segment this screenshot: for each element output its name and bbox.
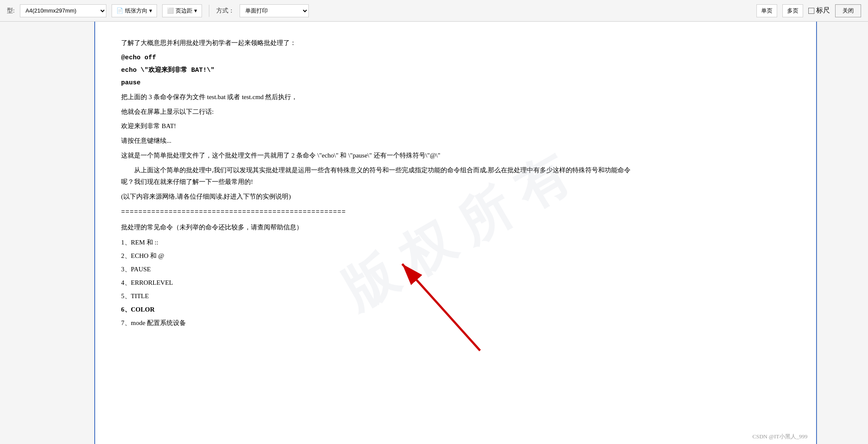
print-method-select[interactable]: 单面打印 bbox=[240, 4, 309, 17]
document-area: 版 权 所 有 了解了大概意思并利用批处理为初学者一起来领略批处理了： @ech… bbox=[95, 22, 816, 444]
para-explanation: 这就是一个简单批处理文件了，这个批处理文件一共就用了 2 条命令 \"echo\… bbox=[121, 150, 640, 162]
code-line-3: pause bbox=[121, 77, 640, 89]
document-content: 了解了大概意思并利用批处理为初学者一起来领略批处理了： @echo off ec… bbox=[121, 37, 640, 329]
list-item-7: 7、mode 配置系统设备 bbox=[121, 317, 640, 329]
list-item-3: 3、PAUSE bbox=[121, 264, 640, 275]
code-line-2: echo \"欢迎来到非常 BAT!\" bbox=[121, 64, 640, 76]
separator-1 bbox=[209, 5, 209, 17]
para-display: 他就会在屏幕上显示以下二行话: bbox=[121, 106, 640, 118]
list-item-4: 4、ERRORLEVEL bbox=[121, 277, 640, 289]
list-item-1: 1、REM 和 :: bbox=[121, 237, 640, 248]
toolbar-right: 单页 多页 标尺 关闭 bbox=[756, 4, 861, 17]
single-page-button[interactable]: 单页 bbox=[756, 4, 777, 17]
left-margin bbox=[0, 22, 95, 444]
section-title: 批处理的常见命令（未列举的命令还比较多，请查阅帮助信息） bbox=[121, 222, 640, 233]
close-button[interactable]: 关闭 bbox=[835, 4, 861, 17]
ruler-checkbox[interactable] bbox=[808, 8, 814, 14]
para-analysis: 从上面这个简单的批处理中,我们可以发现其实批处理就是运用一些含有特殊意义的符号和… bbox=[121, 164, 640, 189]
para-welcome: 欢迎来到非常 BAT! bbox=[121, 120, 640, 132]
right-margin bbox=[816, 22, 868, 444]
list-item-5: 5、TITLE bbox=[121, 290, 640, 302]
margin-button[interactable]: ⬜ 页边距 ▾ bbox=[162, 4, 202, 17]
code-line-1: @echo off bbox=[121, 52, 640, 64]
paper-direction-icon: 📄 bbox=[116, 7, 123, 14]
paper-size-select[interactable]: A4(210mmx297mm) bbox=[20, 4, 106, 17]
paper-direction-button[interactable]: 📄 纸张方向 ▾ bbox=[112, 4, 157, 17]
ruler-label: 标尺 bbox=[816, 6, 830, 15]
intro-line: 了解了大概意思并利用批处理为初学者一起来领略批处理了： bbox=[121, 37, 640, 49]
main-container: 版 权 所 有 了解了大概意思并利用批处理为初学者一起来领略批处理了： @ech… bbox=[0, 22, 868, 444]
bottom-watermark: CSDN @IT小黑人_999 bbox=[753, 433, 807, 441]
method-label: 方式： bbox=[216, 7, 234, 15]
para-save: 把上面的 3 条命令保存为文件 test.bat 或者 test.cmd 然后执… bbox=[121, 91, 640, 103]
para-source: (以下内容来源网络,请各位仔细阅读,好进入下节的实例说明) bbox=[121, 191, 640, 203]
chevron-down-icon-2: ▾ bbox=[194, 7, 197, 14]
list-item-6: 6、COLOR bbox=[121, 304, 640, 315]
type-label: 型: bbox=[7, 7, 15, 15]
para-press-key: 请按任意键继续... bbox=[121, 135, 640, 147]
multi-page-button[interactable]: 多页 bbox=[782, 4, 803, 17]
chevron-down-icon: ▾ bbox=[149, 7, 152, 14]
margin-icon: ⬜ bbox=[167, 7, 174, 14]
ruler-container: 标尺 bbox=[808, 6, 830, 15]
separator-line: ========================================… bbox=[121, 206, 640, 218]
list-item-2: 2、ECHO 和 @ bbox=[121, 250, 640, 262]
print-toolbar: 型: A4(210mmx297mm) 📄 纸张方向 ▾ ⬜ 页边距 ▾ 方式： … bbox=[0, 0, 868, 22]
